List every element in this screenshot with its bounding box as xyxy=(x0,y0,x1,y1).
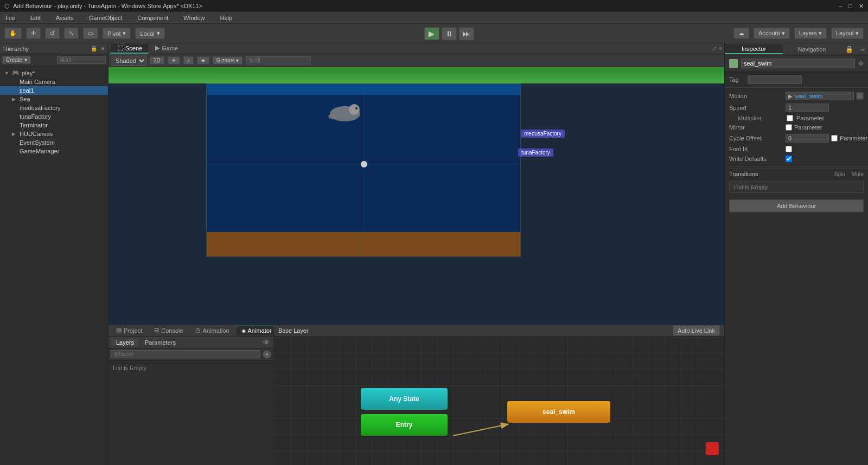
tab-inspector[interactable]: Inspector xyxy=(725,44,783,54)
tree-item-eventsystem[interactable]: EventSystem xyxy=(0,138,108,147)
tree-item-tunafactory[interactable]: tunaFactory xyxy=(0,112,108,121)
chevron-down-icon: ▾ xyxy=(819,30,822,36)
local-button[interactable]: Local ▾ xyxy=(135,28,164,39)
cycle-offset-checkbox[interactable] xyxy=(831,135,838,141)
hierarchy-tab-label[interactable]: Hierarchy xyxy=(3,46,29,52)
motion-pick-button[interactable]: ○ xyxy=(856,92,864,100)
close-button[interactable]: ✕ xyxy=(859,3,864,10)
write-defaults-checkbox[interactable] xyxy=(786,156,792,162)
node-exit[interactable] xyxy=(706,442,719,455)
foot-ik-label: Foot IK xyxy=(729,146,783,152)
chevron-down-icon: ▾ xyxy=(123,30,126,37)
inspector-menu-icon[interactable]: ≡ xyxy=(858,44,868,54)
rect-tool-button[interactable]: ▭ xyxy=(83,28,98,39)
animator-icon: ◈ xyxy=(241,327,246,334)
scale-tool-button[interactable]: ⤡ xyxy=(64,28,79,39)
asset-name-input[interactable] xyxy=(741,59,855,68)
bottom-panel-tabs: ▤ Project ⊟ Console ◷ Animation ◈ Animat… xyxy=(108,325,273,337)
chevron-down-icon: ▾ xyxy=(782,30,785,36)
tree-item-terminator[interactable]: Terminator xyxy=(0,121,108,130)
light-toggle[interactable]: ☀ xyxy=(168,56,180,64)
tree-item-maincamera[interactable]: Main Camera xyxy=(0,78,108,86)
hierarchy-search-input[interactable] xyxy=(57,56,106,64)
inspector-asset-header: ⚙ xyxy=(725,55,868,72)
write-defaults-row: Write Defaults xyxy=(725,154,868,164)
menu-component[interactable]: Component xyxy=(134,14,171,22)
scene-search-input[interactable] xyxy=(246,56,311,64)
tab-parameters[interactable]: Parameters xyxy=(141,339,180,346)
node-seal-swim[interactable]: seal_swim xyxy=(507,401,610,423)
shading-dropdown[interactable]: Shaded xyxy=(112,56,146,66)
audio-toggle[interactable]: ♪ xyxy=(183,56,194,64)
mirror-checkbox[interactable] xyxy=(786,124,792,131)
scene-toolbar: Shaded 2D ☀ ♪ ★ Gizmos ▾ xyxy=(108,54,724,67)
tree-item-medusafactory[interactable]: medusaFactory xyxy=(0,104,108,112)
effects-toggle[interactable]: ★ xyxy=(197,56,209,64)
tab-project[interactable]: ▤ Project xyxy=(111,326,148,335)
animator-eye-icon[interactable]: 👁 xyxy=(263,338,270,347)
tab-animator-label: Animator xyxy=(248,327,272,334)
tree-item-sea[interactable]: ▶ Sea xyxy=(0,95,108,104)
mirror-param-label: Parameter xyxy=(794,124,848,131)
move-tool-button[interactable]: ✛ xyxy=(26,28,41,39)
pivot-button[interactable]: Pivot ▾ xyxy=(103,28,131,39)
hierarchy-menu-icon[interactable]: ≡ xyxy=(101,46,105,51)
tab-console[interactable]: ⊟ Console xyxy=(149,326,188,335)
svg-point-1 xyxy=(349,104,360,115)
minimize-button[interactable]: – xyxy=(839,3,842,10)
scene-menu-icon[interactable]: ≡ xyxy=(719,46,722,51)
tab-animation[interactable]: ◷ Animation xyxy=(190,326,235,335)
menu-edit[interactable]: Edit xyxy=(27,14,44,22)
tab-game[interactable]: ▶ Game xyxy=(149,43,184,54)
tree-item-play[interactable]: ▼ 🎮 play* xyxy=(0,68,108,78)
cycle-offset-label: Cycle Offset xyxy=(729,135,783,141)
node-entry[interactable]: Entry xyxy=(361,414,448,436)
cycle-offset-param-label: Parameter xyxy=(840,135,868,141)
auto-live-link-button[interactable]: Auto Live Link xyxy=(673,325,720,336)
step-button[interactable]: ⏭ xyxy=(459,27,474,40)
cycle-offset-input[interactable] xyxy=(786,134,829,143)
tree-item-gamemanager[interactable]: GameManager xyxy=(0,147,108,156)
rotate-tool-button[interactable]: ↺ xyxy=(45,28,60,39)
node-any-state[interactable]: Any State xyxy=(361,388,448,410)
menu-window[interactable]: Window xyxy=(180,14,208,22)
2d-toggle[interactable]: 2D xyxy=(150,56,164,64)
tree-item-hudcanvas[interactable]: ▶ HUDCanvas xyxy=(0,130,108,138)
hierarchy-lock-icon[interactable]: 🔒 xyxy=(91,46,97,51)
menu-gameobject[interactable]: GameObject xyxy=(86,14,126,22)
layers-button[interactable]: Layers ▾ xyxy=(794,28,827,39)
animator-canvas[interactable]: Any State Entry seal_swim xyxy=(274,337,724,465)
mute-label: Mute xyxy=(852,171,864,177)
layout-button[interactable]: Layout ▾ xyxy=(831,28,864,39)
tab-layers[interactable]: Layers xyxy=(112,339,138,346)
collab-button[interactable]: ☁ xyxy=(733,28,749,39)
inspector-lock-icon[interactable]: 🔒 xyxy=(841,44,858,54)
tree-item-seal1[interactable]: seal1 xyxy=(0,86,108,95)
pause-button[interactable]: ⏸ xyxy=(442,27,457,40)
tag-input[interactable] xyxy=(748,75,802,84)
tab-scene[interactable]: ⛶ Scene xyxy=(111,44,149,54)
inspector-settings-icon[interactable]: ⚙ xyxy=(858,60,864,67)
animator-add-button[interactable]: + xyxy=(263,350,271,359)
multiplier-checkbox[interactable] xyxy=(787,115,793,121)
foot-ik-checkbox[interactable] xyxy=(786,146,792,152)
tree-item-label: Main Camera xyxy=(20,79,55,85)
menu-help[interactable]: Help xyxy=(216,14,235,22)
gizmos-btn[interactable]: Gizmos ▾ xyxy=(213,56,243,64)
animator-search-input[interactable] xyxy=(111,350,260,358)
divider xyxy=(725,87,868,88)
hierarchy-create-button[interactable]: Create ▾ xyxy=(2,56,31,64)
scene-view[interactable]: medusaFactory tunaFactory xyxy=(108,67,724,324)
menu-file[interactable]: File xyxy=(2,14,18,22)
speed-input[interactable] xyxy=(786,104,829,112)
tab-navigation[interactable]: Navigation xyxy=(783,45,841,54)
add-behaviour-button[interactable]: Add Behaviour xyxy=(729,199,864,212)
play-button[interactable]: ▶ xyxy=(424,27,439,40)
maximize-button[interactable]: □ xyxy=(848,3,852,10)
scene-maximize-icon[interactable]: ⤢ xyxy=(712,46,717,51)
account-button[interactable]: Account ▾ xyxy=(754,28,790,39)
hand-tool-button[interactable]: ✋ xyxy=(4,28,22,39)
tab-animator[interactable]: ◈ Animator xyxy=(236,326,277,335)
menu-assets[interactable]: Assets xyxy=(53,14,77,22)
tree-item-label: HUDCanvas xyxy=(20,131,53,137)
